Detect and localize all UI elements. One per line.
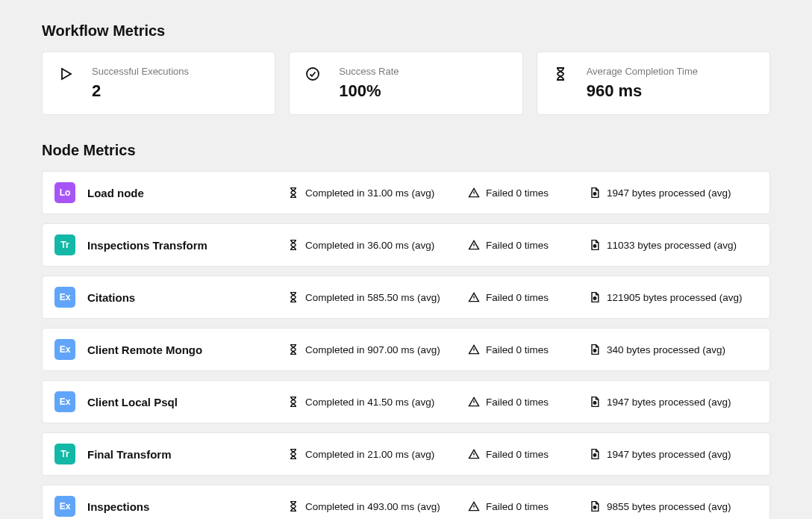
node-type-badge: Ex — [54, 287, 75, 308]
node-fail: Failed 0 times — [468, 500, 580, 512]
node-name: Load node — [87, 187, 144, 199]
node-type-badge: Tr — [54, 444, 75, 464]
hourglass-icon — [287, 239, 299, 251]
node-time: Completed in 31.00 ms (avg) — [287, 187, 459, 199]
hourglass-icon — [287, 291, 299, 303]
metric-value: 100% — [339, 81, 507, 101]
hourglass-icon — [287, 448, 299, 460]
file-icon — [589, 344, 601, 355]
node-bytes: 1947 bytes processed (avg) — [589, 187, 758, 199]
hourglass-icon — [287, 500, 299, 512]
metric-card: Successful Executions 2 — [42, 52, 275, 115]
workflow-metrics-title: Workflow Metrics — [42, 22, 770, 40]
node-time: Completed in 907.00 ms (avg) — [287, 344, 459, 355]
node-row[interactable]: Ex Inspections Completed in 493.00 ms (a… — [42, 485, 770, 519]
hourglass-icon — [287, 187, 299, 199]
node-bytes: 340 bytes processed (avg) — [589, 344, 758, 355]
hourglass-icon — [287, 344, 299, 355]
node-row[interactable]: Lo Load node Completed in 31.00 ms (avg)… — [42, 171, 770, 214]
file-icon — [589, 448, 601, 460]
node-type-badge: Ex — [54, 339, 75, 360]
alert-icon — [468, 344, 480, 355]
node-bytes: 11033 bytes processed (avg) — [589, 239, 758, 251]
node-fail: Failed 0 times — [468, 239, 580, 251]
node-name: Final Transform — [87, 448, 172, 461]
hourglass-icon — [287, 396, 299, 408]
workflow-cards: Successful Executions 2 Success Rate 100… — [42, 52, 770, 115]
node-time: Completed in 493.00 ms (avg) — [287, 500, 459, 512]
node-type-badge: Ex — [54, 391, 75, 412]
metric-label: Success Rate — [339, 66, 507, 77]
node-name: Citations — [87, 291, 135, 304]
alert-icon — [468, 500, 480, 512]
node-time: Completed in 585.50 ms (avg) — [287, 291, 459, 303]
node-list: Lo Load node Completed in 31.00 ms (avg)… — [42, 171, 770, 519]
node-name: Client Remote Mongo — [87, 344, 202, 356]
node-time: Completed in 36.00 ms (avg) — [287, 239, 459, 251]
metric-card: Average Completion Time 960 ms — [537, 52, 770, 115]
hour-icon — [552, 66, 569, 82]
node-bytes: 121905 bytes processed (avg) — [589, 291, 758, 303]
node-name: Inspections Transform — [87, 239, 207, 252]
node-fail: Failed 0 times — [468, 291, 580, 303]
metric-card: Success Rate 100% — [289, 52, 522, 115]
metric-label: Successful Executions — [92, 66, 260, 77]
node-name: Inspections — [87, 500, 149, 513]
alert-icon — [468, 396, 480, 408]
node-time: Completed in 21.00 ms (avg) — [287, 448, 459, 460]
node-row[interactable]: Tr Final Transform Completed in 21.00 ms… — [42, 432, 770, 476]
check-icon — [304, 66, 321, 82]
node-type-badge: Lo — [54, 182, 75, 203]
node-bytes: 1947 bytes processed (avg) — [589, 448, 758, 460]
metric-label: Average Completion Time — [587, 66, 755, 77]
play-icon — [57, 66, 74, 82]
node-fail: Failed 0 times — [468, 344, 580, 355]
node-row[interactable]: Tr Inspections Transform Completed in 36… — [42, 223, 770, 267]
alert-icon — [468, 448, 480, 460]
node-row[interactable]: Ex Client Local Psql Completed in 41.50 … — [42, 380, 770, 423]
node-type-badge: Ex — [54, 496, 75, 517]
node-metrics-title: Node Metrics — [42, 142, 770, 159]
node-bytes: 9855 bytes processed (avg) — [589, 500, 758, 512]
node-bytes: 1947 bytes processed (avg) — [589, 396, 758, 408]
node-type-badge: Tr — [54, 234, 75, 255]
node-fail: Failed 0 times — [468, 396, 580, 408]
alert-icon — [468, 187, 480, 199]
node-row[interactable]: Ex Client Remote Mongo Completed in 907.… — [42, 328, 770, 371]
node-name: Client Local Psql — [87, 396, 178, 408]
metric-value: 960 ms — [587, 81, 755, 101]
file-icon — [589, 396, 601, 408]
node-fail: Failed 0 times — [468, 448, 580, 460]
file-icon — [589, 239, 601, 251]
node-fail: Failed 0 times — [468, 187, 580, 199]
file-icon — [589, 291, 601, 303]
alert-icon — [468, 239, 480, 251]
file-icon — [589, 187, 601, 199]
file-icon — [589, 500, 601, 512]
metric-value: 2 — [92, 81, 260, 101]
node-row[interactable]: Ex Citations Completed in 585.50 ms (avg… — [42, 276, 770, 319]
node-time: Completed in 41.50 ms (avg) — [287, 396, 459, 408]
alert-icon — [468, 291, 480, 303]
